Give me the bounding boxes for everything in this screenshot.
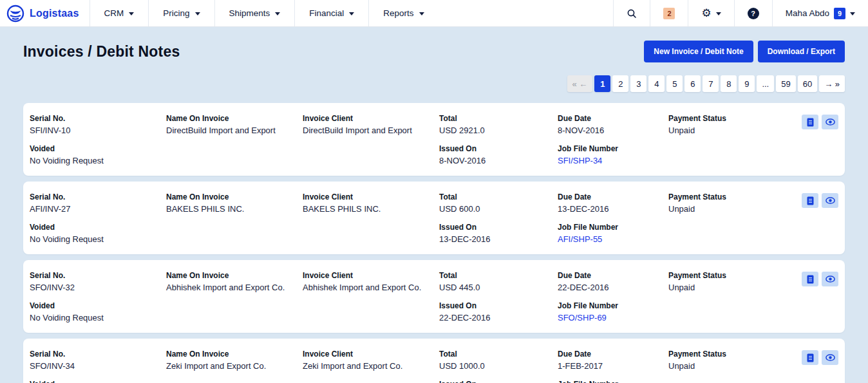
pagination-page-2[interactable]: 2: [612, 75, 628, 92]
total-value: USD 600.0: [439, 204, 558, 214]
payment-status-value: Unpaid: [668, 126, 802, 135]
header-spacer: [439, 0, 614, 26]
invoice-details-button[interactable]: [802, 115, 818, 129]
pagination-page-60[interactable]: 60: [798, 75, 817, 92]
name-on-invoice-value: Abhishek Import and Export Co.: [166, 283, 303, 292]
page-header: Invoices / Debit Notes New Invoice / Deb…: [23, 41, 845, 62]
invoice-card: Serial No. SFO/INV-34 Voided No Voiding …: [23, 339, 845, 383]
invoice-details-button[interactable]: [802, 272, 818, 286]
job-file-number-link[interactable]: AFI/SHP-55: [558, 234, 668, 244]
nav-item-financial[interactable]: Financial: [294, 0, 368, 26]
user-name: Maha Abdo: [786, 8, 829, 18]
nav-item-crm[interactable]: CRM: [90, 0, 149, 26]
voided-value: No Voiding Request: [30, 313, 166, 322]
card-actions: [802, 192, 838, 244]
pagination-prev[interactable]: « ←: [567, 75, 593, 92]
invoice-client-field: Invoice Client Abhishek Import and Expor…: [303, 271, 439, 292]
serial-field: Serial No. AFI/INV-27: [30, 192, 166, 214]
help-button[interactable]: ?: [734, 0, 772, 26]
payment-status-field: Payment Status Unpaid: [668, 271, 802, 292]
brand-logo[interactable]: Logistaas: [0, 0, 90, 26]
view-invoice-button[interactable]: [822, 115, 838, 129]
download-export-button[interactable]: Download / Export: [758, 41, 845, 62]
job-file-number-field: Job File Number SFI/SHP-34: [558, 144, 668, 165]
card-col-total: Total USD 2921.0 Issued On 8-NOV-2016: [439, 114, 558, 165]
card-col-client: Invoice Client BAKELS PHILS INC.: [303, 192, 439, 244]
card-col-status: Payment Status Unpaid: [668, 271, 802, 322]
name-on-invoice-label: Name On Invoice: [166, 271, 303, 280]
invoice-card: Serial No. SFO/INV-32 Voided No Voiding …: [23, 260, 845, 333]
due-date-value: 1-FEB-2017: [558, 361, 668, 371]
eye-icon: [826, 118, 835, 126]
job-file-number-link[interactable]: SFO/SHP-69: [558, 313, 668, 322]
due-date-label: Due Date: [558, 114, 668, 123]
pagination-page-4[interactable]: 4: [648, 75, 665, 92]
issued-on-field: Issued On 8-NOV-2016: [439, 144, 558, 165]
total-field: Total USD 2921.0: [439, 114, 558, 135]
due-date-label: Due Date: [558, 271, 668, 280]
pagination-ellipsis[interactable]: ...: [757, 75, 774, 92]
card-col-dates: Due Date 22-DEC-2016 Job File Number SFO…: [558, 271, 668, 322]
view-invoice-button[interactable]: [822, 272, 838, 286]
card-col-name: Name On Invoice DirectBuild Import and E…: [166, 114, 303, 165]
invoice-details-button[interactable]: [802, 350, 818, 365]
name-on-invoice-field: Name On Invoice BAKELS PHILS INC.: [166, 192, 303, 214]
issued-on-label: Issued On: [439, 223, 558, 232]
gear-icon: ⚙: [701, 8, 711, 19]
document-icon: [807, 118, 814, 127]
job-file-number-field: Job File Number AFI/SHP-55: [558, 223, 668, 244]
pagination-page-5[interactable]: 5: [666, 75, 683, 92]
issued-on-label: Issued On: [439, 144, 558, 153]
name-on-invoice-label: Name On Invoice: [166, 114, 303, 123]
job-file-number-link[interactable]: SFI/SHP-34: [558, 156, 668, 165]
new-invoice-button[interactable]: New Invoice / Debit Note: [644, 41, 753, 62]
due-date-field: Due Date 13-DEC-2016: [558, 192, 668, 214]
nav-item-label: Pricing: [163, 8, 189, 18]
pagination-page-3[interactable]: 3: [630, 75, 646, 92]
chevron-down-icon: [275, 12, 280, 15]
payment-status-field: Payment Status Unpaid: [668, 114, 802, 135]
card-col-serial: Serial No. SFO/INV-32 Voided No Voiding …: [30, 271, 166, 322]
search-button[interactable]: [613, 0, 650, 26]
eye-icon: [826, 197, 835, 204]
payment-status-value: Unpaid: [668, 283, 802, 292]
view-invoice-button[interactable]: [822, 193, 838, 208]
nav-item-shipments[interactable]: Shipments: [214, 0, 295, 26]
serial-label: Serial No.: [30, 350, 166, 359]
notifications-button[interactable]: 2: [650, 0, 688, 26]
pagination-page-7[interactable]: 7: [703, 75, 719, 92]
nav-item-reports[interactable]: Reports: [368, 0, 438, 26]
settings-menu-button[interactable]: ⚙: [688, 0, 733, 26]
pagination-page-6[interactable]: 6: [684, 75, 701, 92]
card-actions: [802, 114, 838, 165]
document-icon: [807, 196, 814, 205]
pagination-page-8[interactable]: 8: [721, 75, 737, 92]
view-invoice-button[interactable]: [822, 350, 838, 365]
due-date-label: Due Date: [558, 192, 668, 201]
chevron-down-icon: [419, 12, 424, 15]
search-icon: [627, 8, 637, 19]
payment-status-value: Unpaid: [668, 361, 802, 371]
user-menu[interactable]: Maha Abdo 9: [772, 0, 868, 26]
voided-value: No Voiding Request: [30, 156, 166, 165]
pagination-page-59[interactable]: 59: [776, 75, 795, 92]
voided-label: Voided: [30, 301, 166, 310]
pagination-page-9[interactable]: 9: [739, 75, 755, 92]
issued-on-field: Issued On 13-DEC-2016: [439, 223, 558, 244]
invoice-client-label: Invoice Client: [303, 192, 439, 201]
invoice-details-button[interactable]: [802, 193, 818, 208]
job-file-number-field: Job File Number SFO/SHP-73: [558, 380, 668, 383]
pagination-page-1[interactable]: 1: [594, 75, 610, 92]
invoice-client-label: Invoice Client: [303, 271, 439, 280]
serial-field: Serial No. SFI/INV-10: [30, 114, 166, 135]
nav-item-pricing[interactable]: Pricing: [148, 0, 214, 26]
chevron-down-icon: [129, 12, 134, 15]
card-col-dates: Due Date 8-NOV-2016 Job File Number SFI/…: [558, 114, 668, 165]
name-on-invoice-value: BAKELS PHILS INC.: [166, 204, 303, 214]
card-col-total: Total USD 445.0 Issued On 22-DEC-2016: [439, 271, 558, 322]
voided-label: Voided: [30, 223, 166, 232]
eye-icon: [826, 276, 835, 283]
serial-value: AFI/INV-27: [30, 204, 166, 214]
chevron-down-icon: [716, 12, 721, 15]
pagination-next[interactable]: → »: [819, 75, 845, 92]
